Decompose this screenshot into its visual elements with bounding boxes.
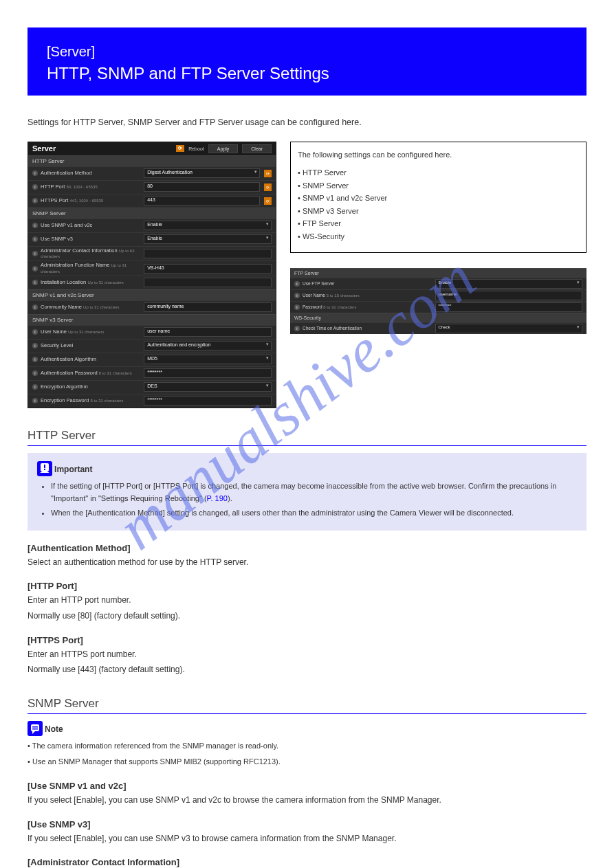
select-field[interactable]: Enable [144, 221, 272, 230]
description-item: • SNMP v3 Server [298, 205, 579, 217]
section-header: FTP Server [290, 268, 586, 278]
section-header: WS-Security [290, 313, 586, 322]
apply-button[interactable]: Apply [208, 144, 239, 153]
field-title: [Administrator Contact Information] [28, 857, 586, 867]
snmp-section-heading: SNMP Server [28, 697, 586, 714]
info-icon[interactable]: i [32, 370, 38, 376]
info-icon[interactable]: i [32, 357, 38, 362]
row-label: Password 8 to 31 characters [303, 304, 432, 310]
important-list: If the setting of [HTTP Port] or [HTTPS … [37, 480, 577, 520]
select-field[interactable]: Enable [435, 279, 582, 289]
info-icon[interactable]: i [294, 304, 300, 310]
select-field[interactable]: Enable [144, 234, 272, 244]
input-field[interactable]: 443 [144, 196, 260, 205]
input-field[interactable]: ******** [144, 396, 272, 405]
note-icon [28, 721, 43, 736]
config-row: iEncryption Algorithm DES [28, 380, 276, 394]
info-icon[interactable]: i [32, 198, 38, 203]
panel-title: Server [32, 144, 172, 153]
description-item: • SNMP v1 and v2c Server [298, 192, 579, 204]
config-row: iUse SNMP v3 Enable [28, 232, 276, 246]
field-body: If you select [Enable], you can use SNMP… [28, 832, 586, 845]
input-field[interactable]: ******** [144, 368, 272, 378]
info-icon[interactable]: i [32, 236, 38, 242]
info-icon[interactable]: i [32, 251, 38, 256]
row-label: Authentication Password 8 to 31 characte… [41, 370, 141, 376]
field-title: [HTTPS Port] [28, 635, 586, 645]
row-label: Administration Function Name Up to 31 ch… [41, 263, 141, 274]
section-header: SNMP v1 and v2c Server [28, 289, 276, 300]
info-icon[interactable]: i [32, 170, 38, 176]
info-icon[interactable]: i [294, 326, 300, 331]
select-field[interactable]: Authentication and encryption [144, 341, 272, 350]
input-field[interactable]: user name [144, 327, 272, 337]
config-row: iAuthentication Password 8 to 31 charact… [28, 366, 276, 380]
input-field[interactable] [144, 278, 272, 287]
config-row: iPassword 8 to 31 characters******** [290, 301, 586, 313]
description-box: The following settings can be configured… [290, 142, 586, 253]
note-label: Note [45, 721, 63, 736]
field-body: Enter an HTTP port number. [28, 594, 586, 607]
info-icon[interactable]: i [294, 281, 300, 287]
description-item: • FTP Server [298, 218, 579, 230]
clear-button[interactable]: Clear [242, 144, 272, 153]
input-field[interactable]: 80 [144, 182, 260, 192]
row-label: Encryption Algorithm [41, 384, 141, 390]
description-item: • WS-Security [298, 231, 579, 243]
select-field[interactable]: Digest Authentication [144, 168, 260, 178]
config-row: iAdministration Function Name Up to 31 c… [28, 260, 276, 276]
info-icon[interactable]: i [32, 384, 38, 390]
row-label: Security Level [41, 343, 141, 348]
field-title: [Use SNMP v1 and v2c] [28, 781, 586, 791]
row-label: Encryption Password 8 to 31 characters [41, 398, 141, 403]
input-field[interactable]: community name [144, 302, 272, 312]
field-body: Enter an HTTPS port number. [28, 648, 586, 661]
info-icon[interactable]: i [32, 280, 38, 285]
row-label: Installation Location Up to 31 character… [41, 280, 141, 285]
row-label: Use SNMP v1 and v2c [41, 223, 141, 228]
info-icon[interactable]: i [32, 329, 38, 335]
row-label: Use FTP Server [303, 281, 432, 286]
select-field[interactable]: MD5 [144, 355, 272, 364]
info-icon[interactable]: i [32, 343, 38, 348]
banner-sub: [Server] [47, 44, 567, 60]
input-field[interactable]: ******** [435, 302, 582, 312]
field-title: [Authentication Method] [28, 543, 586, 553]
input-field[interactable]: username [435, 291, 582, 300]
field-title: [Use SNMP v3] [28, 819, 586, 830]
important-box: Important If the setting of [HTTP Port] … [28, 453, 586, 531]
input-field[interactable] [144, 249, 272, 258]
description-item: • SNMP Server [298, 180, 579, 192]
row-label: User Name 5 to 15 characters [303, 293, 432, 298]
info-icon[interactable]: i [32, 304, 38, 310]
row-label: Authentication Algorithm [41, 357, 141, 362]
config-row: iUse FTP Server Enable [290, 278, 586, 289]
select-field[interactable]: Check [435, 324, 582, 333]
config-row: iAdministrator Contact Information Up to… [28, 246, 276, 261]
svg-rect-3 [44, 469, 45, 470]
info-icon[interactable]: i [32, 223, 38, 228]
info-icon[interactable]: i [32, 184, 38, 190]
select-field[interactable]: DES [144, 382, 272, 392]
ftp-ws-panel: FTP ServeriUse FTP Server EnableiUser Na… [290, 268, 586, 334]
field-body: Normally use [443] (factory default sett… [28, 663, 586, 676]
config-row: iCheck Time on Authentication Check [290, 322, 586, 334]
config-row: iAuthentication Algorithm MD5 [28, 353, 276, 366]
note-line: • Use an SNMP Manager that supports SNMP… [28, 756, 586, 768]
page-banner: [Server] HTTP, SNMP and FTP Server Setti… [28, 27, 586, 96]
input-field[interactable]: VB-H45 [144, 264, 272, 274]
note-line: • The camera information referenced from… [28, 740, 586, 753]
description-item: • HTTP Server [298, 167, 579, 179]
info-icon[interactable]: i [32, 398, 38, 403]
row-label: Check Time on Authentication [303, 326, 432, 331]
reboot-label: Reboot [188, 146, 204, 151]
svg-rect-7 [32, 728, 38, 730]
info-icon[interactable]: i [294, 293, 300, 298]
info-icon[interactable]: i [32, 266, 38, 271]
field-title: [HTTP Port] [28, 581, 586, 591]
config-row: iUser Name Up to 31 charactersuser name [28, 325, 276, 339]
svg-rect-6 [32, 726, 38, 728]
reboot-required-icon: ⟳ [264, 183, 272, 191]
section-header: HTTP Server [28, 155, 276, 166]
row-label: Community Name Up to 31 characters [41, 304, 141, 310]
